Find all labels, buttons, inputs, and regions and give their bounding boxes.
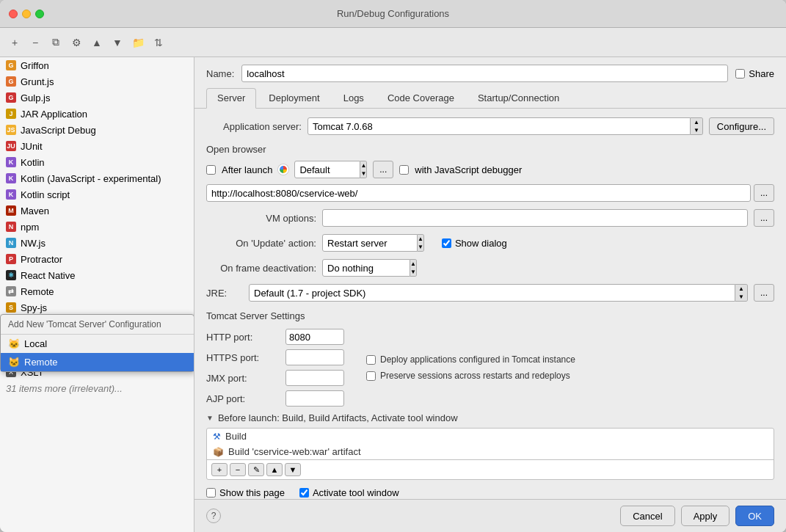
preserve-sessions-checkbox[interactable] [366, 371, 376, 381]
launch-edit-button[interactable]: ✎ [248, 463, 264, 476]
close-button[interactable] [9, 10, 18, 18]
help-button[interactable]: ? [206, 509, 221, 523]
http-port-input[interactable] [285, 329, 344, 345]
activate-tool-checkbox[interactable] [299, 488, 309, 498]
sort-button[interactable]: ⇅ [150, 34, 167, 51]
sidebar-item-maven[interactable]: M Maven [0, 203, 194, 219]
sidebar-item-npm[interactable]: N npm [0, 219, 194, 235]
vm-options-input[interactable] [322, 209, 748, 227]
tab-startup-connection[interactable]: Startup/Connection [467, 88, 570, 108]
url-input[interactable]: http://localhost:8080/cservice-web/ [206, 184, 751, 202]
browser-stepper-down[interactable]: ▼ [360, 170, 366, 178]
launch-item-build[interactable]: ⚒ Build [207, 429, 774, 444]
sidebar-item-remote[interactable]: ⇄ Remote [0, 283, 194, 299]
browser-stepper-up[interactable]: ▲ [360, 161, 366, 170]
launch-add-button[interactable]: + [211, 463, 228, 476]
sidebar-item-junit[interactable]: JU JUnit [0, 138, 194, 154]
deploy-tomcat-checkbox[interactable] [366, 355, 376, 365]
browser-row: After launch Default ▲ ▼ ... [206, 161, 774, 178]
browser-dots-button[interactable]: ... [373, 161, 393, 178]
sidebar-item-spyjs[interactable]: S Spy-js [0, 299, 194, 316]
jmx-port-input[interactable] [285, 370, 344, 386]
tab-logs[interactable]: Logs [332, 88, 375, 108]
appserver-stepper-up[interactable]: ▲ [691, 118, 702, 126]
tab-deployment[interactable]: Deployment [258, 88, 330, 108]
on-update-label: On 'Update' action: [206, 238, 316, 249]
folder-button[interactable]: 📁 [129, 34, 147, 51]
on-frame-select[interactable]: Do nothing [322, 259, 410, 277]
before-launch-header: ▼ Before launch: Build, Build Artifacts,… [206, 412, 774, 423]
sidebar-item-griffon[interactable]: G Griffon [0, 57, 194, 73]
apply-button[interactable]: Apply [681, 506, 730, 526]
jsdebug-icon: JS [6, 125, 16, 135]
sidebar-item-react-native[interactable]: ⚛ React Native [0, 267, 194, 283]
launch-remove-button[interactable]: − [230, 463, 246, 476]
launch-down-button[interactable]: ▼ [285, 463, 301, 476]
share-checkbox[interactable] [735, 69, 745, 79]
sidebar-item-kotlin-js[interactable]: K Kotlin (JavaScript - experimental) [0, 170, 194, 186]
on-frame-stepper-down[interactable]: ▼ [410, 268, 416, 276]
launch-item-artifact[interactable]: 📦 Build 'cservice-web:war' artifact [207, 444, 774, 459]
launch-up-button[interactable]: ▲ [266, 463, 283, 476]
sidebar-item-kotlin[interactable]: K Kotlin [0, 154, 194, 170]
sidebar-item-jsdebug[interactable]: JS JavaScript Debug [0, 122, 194, 138]
share-label: Share [749, 68, 774, 79]
sidebar-item-kotlin-script[interactable]: K Kotlin script [0, 186, 194, 203]
vm-options-label: VM options: [206, 213, 316, 224]
on-frame-stepper-up[interactable]: ▲ [410, 260, 416, 268]
context-menu-remote[interactable]: 🐱 Remote [1, 353, 194, 371]
ports-section: HTTP port: HTTPS port: JMX port: [206, 329, 344, 407]
sidebar-item-more[interactable]: 31 items more (irrelevant)... [0, 380, 194, 396]
settings-button[interactable]: ⚙ [68, 34, 85, 51]
cancel-button[interactable]: Cancel [620, 506, 674, 526]
on-update-stepper-down[interactable]: ▼ [418, 243, 423, 251]
window-title: Run/Debug Configurations [337, 8, 449, 19]
collapse-arrow[interactable]: ▼ [206, 414, 214, 422]
context-menu-local[interactable]: 🐱 Local [1, 335, 194, 353]
sidebar-item-gruntjs[interactable]: G Grunt.js [0, 73, 194, 90]
vm-options-dots[interactable]: ... [754, 209, 774, 227]
jre-input[interactable] [249, 284, 735, 302]
jre-more-button[interactable]: ... [754, 284, 774, 302]
deploy-tomcat-row: Deploy applications configured in Tomcat… [366, 354, 575, 365]
name-input[interactable] [241, 65, 728, 82]
appserver-select[interactable] [308, 117, 691, 135]
jre-stepper-down[interactable]: ▼ [735, 293, 747, 301]
build-icon: ⚒ [213, 431, 221, 442]
sidebar-item-label: Gulp.js [21, 92, 50, 103]
sidebar-item-gulpjs[interactable]: G Gulp.js [0, 90, 194, 106]
after-launch-checkbox[interactable] [206, 165, 216, 175]
bottom-options-row: Show this page Activate tool window [206, 487, 774, 498]
bottom-left: ? [206, 509, 611, 523]
add-configuration-button[interactable]: + [6, 34, 23, 51]
sidebar: G Griffon G Grunt.js G Gulp.js J JAR App… [0, 57, 194, 532]
http-port-label: HTTP port: [206, 332, 280, 343]
ok-button[interactable]: OK [735, 506, 774, 526]
ajp-port-input[interactable] [285, 390, 344, 407]
sidebar-item-protractor[interactable]: P Protractor [0, 251, 194, 267]
on-update-select[interactable]: Restart server [322, 234, 418, 252]
show-dialog-checkbox[interactable] [442, 238, 451, 248]
copy-configuration-button[interactable]: ⧉ [47, 34, 65, 51]
minimize-button[interactable] [22, 10, 31, 18]
jre-stepper-up[interactable]: ▲ [735, 285, 747, 293]
sidebar-item-nwjs[interactable]: N NW.js [0, 235, 194, 251]
appserver-stepper-down[interactable]: ▼ [691, 126, 702, 134]
toolbar: + − ⧉ ⚙ ▲ ▼ 📁 ⇅ [0, 28, 786, 57]
remove-configuration-button[interactable]: − [26, 34, 44, 51]
tab-code-coverage[interactable]: Code Coverage [376, 88, 465, 108]
maximize-button[interactable] [35, 10, 44, 18]
move-down-button[interactable]: ▼ [109, 34, 126, 51]
js-debugger-checkbox[interactable] [399, 165, 409, 175]
on-update-stepper-up[interactable]: ▲ [418, 235, 423, 243]
configure-button[interactable]: Configure... [709, 117, 774, 135]
browser-select[interactable]: Default [294, 161, 360, 178]
sidebar-scrollable: G Griffon G Grunt.js G Gulp.js J JAR App… [0, 57, 194, 532]
preserve-sessions-label: Preserve sessions across restarts and re… [380, 371, 570, 381]
https-port-input[interactable] [285, 349, 344, 365]
url-dots-button[interactable]: ... [754, 184, 774, 202]
move-up-button[interactable]: ▲ [88, 34, 106, 51]
sidebar-item-jar[interactable]: J JAR Application [0, 106, 194, 122]
show-page-checkbox[interactable] [206, 488, 216, 498]
tab-server[interactable]: Server [206, 88, 256, 109]
